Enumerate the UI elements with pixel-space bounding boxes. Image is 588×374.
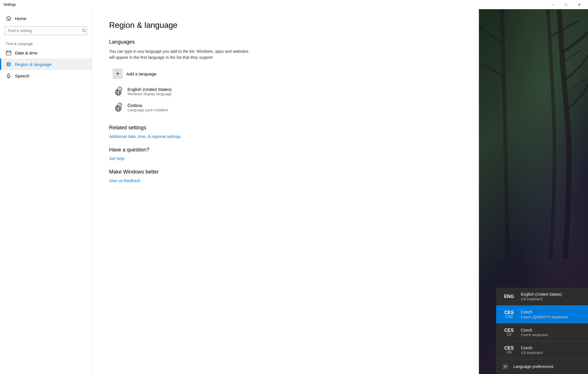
svg-point-0 bbox=[82, 29, 85, 31]
sidebar-item-region-language[interactable]: Region & language bbox=[0, 59, 92, 70]
lang-popup-keyboard: Czech (QWERTY) keyboard bbox=[521, 315, 582, 319]
close-button[interactable]: ✕ bbox=[572, 0, 586, 9]
page-title: Region & language bbox=[109, 21, 462, 30]
lang-popup-keyboard: US keyboard bbox=[521, 297, 582, 301]
lang-popup-item-ces-us[interactable]: CES US Czech US keyboard bbox=[496, 341, 588, 359]
svg-point-31 bbox=[504, 366, 506, 367]
get-help-link[interactable]: Get help bbox=[109, 156, 462, 161]
sidebar-home-item[interactable]: Home bbox=[0, 13, 92, 24]
svg-rect-11 bbox=[8, 73, 9, 76]
svg-rect-2 bbox=[6, 51, 11, 55]
language-switcher-popup: ENG English (United States) US keyboard … bbox=[496, 288, 588, 374]
sidebar-home-label: Home bbox=[15, 16, 26, 21]
globe-icon bbox=[6, 61, 11, 67]
titlebar: Settings ─ □ ✕ bbox=[0, 0, 588, 9]
lang-code-main: CES bbox=[504, 346, 514, 350]
lang-code-main: CES bbox=[504, 328, 514, 333]
sidebar-item-speech[interactable]: Speech bbox=[0, 70, 92, 81]
lang-popup-keyboard: US keyboard bbox=[521, 350, 582, 355]
svg-rect-30 bbox=[479, 9, 588, 259]
lang-code-sub: US bbox=[507, 350, 512, 354]
lang-code-main: ENG bbox=[504, 294, 514, 299]
lang-popup-name: Czech bbox=[521, 328, 582, 333]
lang-popup-item-eng[interactable]: ENG English (United States) US keyboard bbox=[496, 288, 588, 305]
lang-code-eng: ENG bbox=[502, 294, 516, 299]
content-area: Home Time & Language bbox=[0, 9, 588, 374]
microphone-icon bbox=[6, 73, 11, 79]
feedback-section: Make Windows better Give us feedback bbox=[109, 169, 462, 183]
search-button[interactable] bbox=[82, 28, 86, 33]
language-preferences-item[interactable]: Language preferences bbox=[496, 359, 588, 374]
lang-popup-item-ces-cs[interactable]: CES CS Czech Czech keyboard bbox=[496, 324, 588, 341]
language-icon-czech bbox=[113, 102, 124, 113]
lang-popup-item-ces-csq[interactable]: CES CSQ Czech Czech (QWERTY) keyboard bbox=[496, 305, 588, 323]
regional-settings-link[interactable]: Additional date, time, & regional settin… bbox=[109, 134, 462, 139]
sidebar-item-label: Speech bbox=[15, 73, 30, 78]
related-settings-section: Related settings Additional date, time, … bbox=[109, 125, 462, 139]
wallpaper-area: ENG English (United States) US keyboard … bbox=[479, 9, 588, 374]
lang-popup-info-ces-csq: Czech Czech (QWERTY) keyboard bbox=[521, 309, 582, 319]
language-icon-english bbox=[113, 86, 124, 97]
sidebar-section-label: Time & Language bbox=[0, 40, 92, 47]
search-input[interactable] bbox=[5, 26, 87, 35]
language-name: Čeština bbox=[127, 103, 458, 108]
lang-code-ces-csq: CES CSQ bbox=[502, 310, 516, 318]
window-title: Settings bbox=[3, 3, 16, 7]
lang-popup-name: English (United States) bbox=[521, 292, 582, 297]
language-sub: Language pack installed bbox=[127, 108, 458, 112]
window-controls: ─ □ ✕ bbox=[546, 0, 586, 9]
sidebar-item-date-time[interactable]: Date & time bbox=[0, 47, 92, 59]
gear-icon bbox=[502, 363, 509, 370]
language-preferences-label: Language preferences bbox=[513, 364, 554, 369]
lang-popup-name: Czech bbox=[521, 345, 582, 350]
lang-popup-info-eng: English (United States) US keyboard bbox=[521, 292, 582, 301]
feedback-link[interactable]: Give us feedback bbox=[109, 178, 462, 183]
lang-code-ces-cs: CES CS bbox=[502, 328, 516, 336]
help-section: Have a question? Get help bbox=[109, 147, 462, 161]
main-content: Region & language Languages You can type… bbox=[92, 9, 479, 374]
lang-code-sub: CSQ bbox=[505, 315, 513, 318]
settings-window: Settings ─ □ ✕ Home bbox=[0, 0, 588, 374]
languages-title: Languages bbox=[109, 39, 462, 45]
svg-point-27 bbox=[118, 103, 122, 107]
languages-section: Languages You can type in any language y… bbox=[109, 39, 462, 116]
sidebar: Home Time & Language bbox=[0, 9, 92, 374]
lang-code-main: CES bbox=[504, 310, 514, 315]
language-item-czech[interactable]: Čeština Language pack installed bbox=[109, 100, 462, 116]
language-sub: Windows display language bbox=[127, 92, 458, 96]
add-language-label: Add a language bbox=[126, 71, 156, 76]
calendar-icon bbox=[6, 50, 11, 56]
language-item-english[interactable]: English (United States) Windows display … bbox=[109, 83, 462, 100]
plus-icon: + bbox=[113, 69, 123, 79]
related-settings-title: Related settings bbox=[109, 125, 462, 131]
home-icon bbox=[6, 15, 11, 21]
sidebar-item-label: Region & language bbox=[15, 62, 52, 67]
language-info-czech: Čeština Language pack installed bbox=[127, 103, 458, 112]
minimize-button[interactable]: ─ bbox=[546, 0, 559, 9]
language-name: English (United States) bbox=[127, 87, 458, 92]
lang-popup-keyboard: Czech keyboard bbox=[521, 333, 582, 337]
languages-description: You can type in any language you add to … bbox=[109, 48, 253, 61]
lang-code-ces-us: CES US bbox=[502, 346, 516, 354]
help-title: Have a question? bbox=[109, 147, 462, 153]
add-language-button[interactable]: + Add a language bbox=[109, 66, 160, 81]
maximize-button[interactable]: □ bbox=[559, 0, 572, 9]
feedback-title: Make Windows better bbox=[109, 169, 462, 175]
sidebar-item-label: Date & time bbox=[15, 50, 37, 55]
lang-popup-info-ces-us: Czech US keyboard bbox=[521, 345, 582, 355]
lang-code-sub: CS bbox=[507, 333, 512, 336]
lang-popup-name: Czech bbox=[521, 309, 582, 315]
lang-popup-info-ces-cs: Czech Czech keyboard bbox=[521, 328, 582, 337]
svg-line-1 bbox=[85, 31, 86, 32]
sidebar-search-container bbox=[5, 26, 87, 35]
language-info-english: English (United States) Windows display … bbox=[127, 87, 458, 96]
